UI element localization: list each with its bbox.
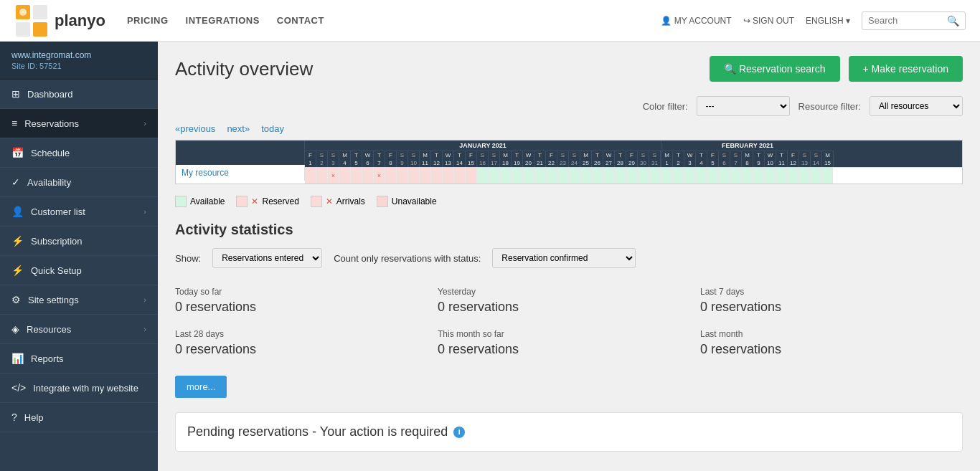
page-header: Activity overview 🔍 Reservation search +…	[175, 56, 963, 82]
sidebar-label-subscription: Subscription	[31, 236, 83, 247]
stat-last28-label: Last 28 days	[175, 329, 438, 339]
content-area: Activity overview 🔍 Reservation search +…	[158, 42, 980, 471]
sidebar-label-dashboard: Dashboard	[27, 89, 73, 100]
stat-last7: Last 7 days 0 reservations	[700, 280, 963, 322]
sign-out-link[interactable]: ↪ SIGN OUT	[743, 16, 794, 26]
pending-section: Pending reservations - Your action is re…	[175, 412, 963, 452]
help-icon: ?	[11, 411, 17, 423]
sidebar-label-availability: Availability	[27, 177, 71, 188]
count-select[interactable]: Reservation confirmed	[492, 248, 636, 268]
legend-arrivals-x-icon: ✕	[326, 196, 333, 206]
today-nav-link[interactable]: today	[261, 123, 284, 134]
stat-this-month-label: This month so far	[438, 329, 700, 339]
logo-text: planyo	[55, 11, 105, 30]
chevron-right-icon-2: ›	[143, 207, 146, 216]
reservations-icon: ≡	[11, 118, 17, 129]
stat-yesterday: Yesterday 0 reservations	[438, 280, 700, 322]
quick-setup-icon: ⚡	[11, 265, 24, 276]
search-box[interactable]: 🔍	[862, 11, 966, 30]
sidebar: www.integromat.com Site ID: 57521 ⊞ Dash…	[0, 42, 158, 471]
my-account-link[interactable]: 👤 MY ACCOUNT	[661, 16, 731, 26]
nav-integrations[interactable]: INTEGRATIONS	[186, 15, 260, 26]
schedule-icon: 📅	[11, 147, 24, 158]
legend-reserved-label: Reserved	[262, 196, 298, 206]
legend-available-box	[175, 196, 187, 207]
resource-filter-select[interactable]: All resources	[870, 96, 963, 116]
sidebar-item-schedule[interactable]: 📅 Schedule	[0, 138, 158, 168]
info-icon: i	[453, 427, 465, 438]
svg-rect-2	[16, 22, 30, 37]
show-select[interactable]: Reservations entered	[212, 248, 322, 268]
stat-last28: Last 28 days 0 reservations	[175, 322, 438, 364]
nav-pricing[interactable]: PRICING	[127, 15, 169, 26]
svg-rect-1	[33, 5, 47, 19]
site-settings-icon: ⚙	[11, 294, 21, 305]
sidebar-label-resources: Resources	[27, 324, 71, 335]
pending-title-text: Pending reservations - Your action is re…	[187, 424, 448, 439]
top-navigation: planyo PRICING INTEGRATIONS CONTACT 👤 MY…	[0, 0, 980, 42]
sidebar-label-site-settings: Site settings	[28, 295, 79, 305]
page-title: Activity overview	[175, 58, 701, 80]
site-url: www.integromat.com	[11, 50, 146, 60]
pending-title: Pending reservations - Your action is re…	[187, 424, 951, 439]
stat-last-month: Last month 0 reservations	[700, 322, 963, 364]
legend-unavailable-box	[377, 196, 388, 207]
stat-last-month-label: Last month	[700, 329, 963, 339]
stat-last7-label: Last 7 days	[700, 287, 963, 297]
count-label: Count only reservations with status:	[334, 253, 481, 264]
filters-row: Color filter: --- Resource filter: All r…	[175, 96, 963, 116]
sidebar-label-reports: Reports	[31, 353, 64, 364]
stat-last7-value: 0 reservations	[700, 300, 963, 315]
stat-this-month-value: 0 reservations	[438, 342, 700, 357]
sidebar-item-quick-setup[interactable]: ⚡ Quick Setup	[0, 256, 158, 285]
stats-section-title: Activity statistics	[175, 222, 963, 238]
calendar-container: My resource JANUARY 2021FSSMTWTFSSMTWTFS…	[175, 140, 963, 184]
stat-today-value: 0 reservations	[175, 300, 438, 315]
legend-arrivals-box	[311, 196, 322, 207]
sidebar-item-customer-list[interactable]: 👤 Customer list ›	[0, 197, 158, 227]
sidebar-item-help[interactable]: ? Help	[0, 403, 158, 432]
reports-icon: 📊	[11, 353, 24, 364]
previous-nav-link[interactable]: «previous	[175, 123, 215, 134]
language-selector[interactable]: ENGLISH ▾	[806, 16, 850, 26]
color-filter-label: Color filter:	[643, 101, 688, 112]
sidebar-label-help: Help	[24, 412, 44, 423]
stat-yesterday-label: Yesterday	[438, 287, 700, 297]
stat-this-month: This month so far 0 reservations	[438, 322, 700, 364]
color-filter-select[interactable]: ---	[697, 96, 790, 116]
sidebar-item-dashboard[interactable]: ⊞ Dashboard	[0, 80, 158, 109]
sidebar-label-integrate: Integrate with my website	[33, 383, 138, 394]
stat-today-label: Today so far	[175, 287, 438, 297]
nav-contact[interactable]: CONTACT	[277, 15, 324, 26]
nav-right: 👤 MY ACCOUNT ↪ SIGN OUT ENGLISH ▾ 🔍	[661, 11, 966, 30]
dashboard-icon: ⊞	[11, 88, 20, 100]
stat-yesterday-value: 0 reservations	[438, 300, 700, 315]
sidebar-item-resources[interactable]: ◈ Resources ›	[0, 315, 158, 344]
chevron-right-icon: ›	[143, 119, 146, 128]
next-nav-link[interactable]: next»	[227, 123, 250, 134]
more-button[interactable]: more...	[175, 376, 227, 398]
legend-reserved: ✕ Reserved	[236, 196, 298, 207]
sidebar-item-integrate[interactable]: </> Integrate with my website	[0, 374, 158, 403]
logo[interactable]: planyo	[14, 4, 105, 38]
customer-list-icon: 👤	[11, 206, 24, 217]
resource-name[interactable]: My resource	[176, 165, 305, 181]
sidebar-item-availability[interactable]: ✓ Availability	[0, 168, 158, 197]
sidebar-label-customer-list: Customer list	[31, 206, 85, 217]
legend-x-icon: ✕	[251, 196, 258, 206]
main-layout: www.integromat.com Site ID: 57521 ⊞ Dash…	[0, 42, 980, 471]
legend-available-label: Available	[190, 196, 225, 206]
sidebar-item-subscription[interactable]: ⚡ Subscription	[0, 227, 158, 256]
search-button[interactable]: 🔍	[947, 15, 959, 27]
legend-unavailable: Unavailable	[377, 196, 437, 207]
search-input[interactable]	[868, 15, 947, 26]
make-reservation-button[interactable]: + Make reservation	[849, 56, 963, 82]
stat-today: Today so far 0 reservations	[175, 280, 438, 322]
logo-icon	[14, 4, 49, 38]
chevron-right-icon-3: ›	[143, 295, 146, 304]
sidebar-label-schedule: Schedule	[31, 148, 70, 158]
sidebar-item-reservations[interactable]: ≡ Reservations ›	[0, 109, 158, 138]
reservation-search-button[interactable]: 🔍 Reservation search	[710, 56, 840, 82]
sidebar-item-reports[interactable]: 📊 Reports	[0, 344, 158, 374]
sidebar-item-site-settings[interactable]: ⚙ Site settings ›	[0, 285, 158, 315]
